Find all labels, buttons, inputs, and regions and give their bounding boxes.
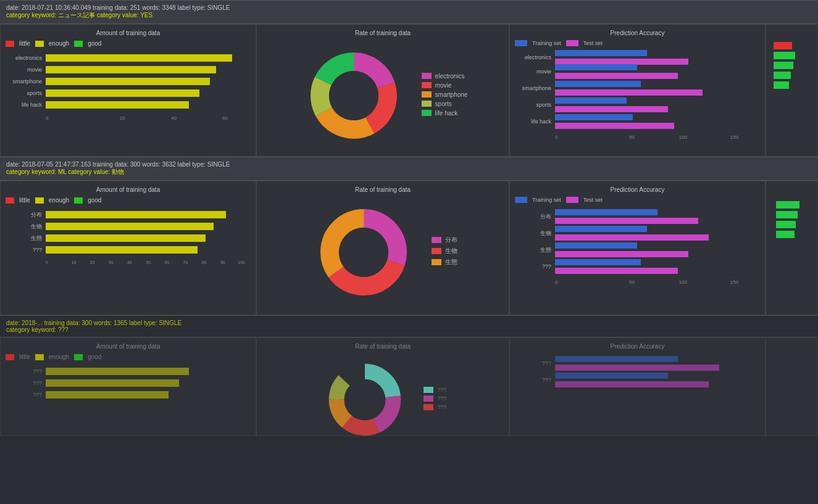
seg3-label2: 生態 — [445, 258, 457, 266]
row3-bar-panel: Amount of training data little enough go… — [0, 337, 256, 436]
list-item: ??? — [424, 387, 446, 393]
list-item: electronics — [422, 73, 468, 80]
row3-donut-svg — [319, 353, 411, 436]
acc-bar-blue — [555, 64, 637, 70]
table-row: ??? — [6, 366, 251, 376]
row2-bar-axis: 0 10 20 30 40 50 60 70 80 90 100 — [46, 259, 251, 265]
row3-hbars: ??? ??? ??? — [6, 364, 251, 404]
section1-meta: date: 2018-07-21 10:36:40.049 training d… — [6, 4, 812, 11]
test-set-dot2 — [566, 197, 578, 203]
bar-fill — [46, 54, 232, 62]
row1-donut-panel: Rate of training data electronics — [256, 24, 509, 157]
acc-track — [555, 81, 760, 96]
row1-accuracy-hbars: electronics movie smartphone — [515, 50, 760, 133]
smartphone-legend-label: smartphone — [435, 91, 468, 98]
movie-legend-label: movie — [435, 82, 452, 89]
good-legend-dot2 — [74, 197, 83, 204]
row2-accuracy-axis: 0 50 100 150 — [555, 278, 760, 285]
acc-bar-blue — [555, 50, 647, 56]
bar-label-lifehack: life hack — [6, 102, 46, 108]
training-set-label: Training set — [532, 40, 561, 46]
section3-meta: date: 2018-... training data: 300 words:… — [6, 320, 812, 326]
extra-bar-green — [774, 52, 795, 59]
svg-point-9 — [339, 228, 388, 277]
acc-bar-blue — [555, 81, 641, 87]
table-row: electronics — [6, 53, 251, 63]
table-row: life hack — [6, 100, 251, 110]
bar-fill — [46, 89, 199, 97]
row3-donut-title: Rate of training data — [262, 343, 504, 350]
row1-donut-svg — [298, 40, 409, 151]
row2-donut-svg — [308, 197, 419, 308]
little-legend-dot — [6, 41, 14, 47]
electronics-color — [422, 73, 432, 79]
row2-accuracy-legend: Training set Test set — [515, 197, 760, 203]
acc2-purple2 — [555, 234, 709, 241]
section2-keyword: category keyword: ML category value: 動物 — [6, 168, 812, 176]
acc-bar-purple — [555, 73, 678, 79]
seg3-color2 — [432, 259, 441, 265]
row3-donut-wrapper: ??? ??? ??? — [262, 353, 504, 436]
table-row: 生物 — [6, 221, 251, 231]
row1-donut-title: Rate of training data — [262, 30, 504, 36]
row1-donut-legend: electronics movie smartphone sports life… — [422, 73, 468, 119]
section1-keyword: category keyword: ニュース記事 category value:… — [6, 11, 812, 20]
table-row: smartphone — [515, 81, 760, 96]
acc-track — [555, 97, 760, 112]
table-row: smartphone — [6, 76, 251, 86]
extra-bar-green3 — [774, 72, 791, 79]
bar2-track2 — [46, 223, 251, 230]
row2-donut-wrapper: 分布 生物 生態 — [262, 197, 504, 308]
training-set-dot2 — [515, 197, 527, 203]
enough-legend-dot2 — [35, 197, 44, 204]
extra-content — [771, 30, 812, 141]
little-label2: little — [19, 197, 30, 204]
row2-bar-panel: Amount of training data little enough go… — [0, 181, 256, 315]
row2-bar-title: Amount of training data — [6, 186, 251, 193]
extra-bar-green4 — [774, 81, 789, 89]
table-row: ??? — [515, 259, 760, 274]
row2-hbars: 分布 生物 生態 ??? — [6, 207, 251, 259]
row3-accuracy-title: Prediction Accuracy — [515, 343, 760, 350]
smartphone-color — [422, 91, 432, 97]
table-row: ??? — [6, 245, 251, 255]
test-set-label2: Test set — [583, 197, 603, 203]
training-set-dot — [515, 40, 527, 46]
row1-bar-legend: little enough good — [6, 40, 251, 47]
row3-seg2 — [424, 395, 433, 402]
bar2-label3: 生態 — [6, 234, 46, 242]
row2-donut-title: Rate of training data — [262, 186, 504, 193]
row3-charts: Amount of training data little enough go… — [0, 337, 818, 436]
row3-extra-panel — [766, 337, 818, 436]
table-row: life hack — [515, 114, 760, 129]
little-dot3 — [6, 354, 14, 360]
acc2-blue4 — [555, 259, 641, 265]
row1-accuracy-legend: Training set Test set — [515, 40, 760, 46]
bar-label-smartphone: smartphone — [6, 78, 46, 85]
bar2-label2: 生物 — [6, 223, 46, 231]
acc-track — [555, 64, 760, 79]
section2-meta: date: 2018-07-05 21:47:37.163 training d… — [6, 161, 812, 168]
acc2-blue3 — [555, 242, 637, 249]
acc2-purple1 — [555, 218, 698, 224]
acc-track — [555, 114, 760, 129]
extra2-bar-green4 — [776, 231, 795, 238]
row2-donut-panel: Rate of training data 分布 生物 — [256, 181, 509, 315]
acc-bar-blue — [555, 114, 633, 120]
enough-legend-label: enough — [49, 40, 69, 47]
extra2-content — [771, 186, 812, 310]
table-row: 分布 — [515, 209, 760, 224]
good-legend-label: good — [88, 40, 101, 47]
row3-accuracy-panel: Prediction Accuracy ??? ??? — [509, 337, 766, 436]
list-item: smartphone — [422, 91, 468, 98]
bar-track — [46, 54, 251, 62]
movie-color — [422, 82, 432, 88]
bar2-label1: 分布 — [6, 211, 46, 219]
bar2-fill2 — [46, 223, 214, 230]
good-legend-dot — [74, 41, 83, 47]
table-row: ??? — [6, 390, 251, 400]
acc-bar-blue — [555, 97, 627, 104]
acc-bar-purple — [555, 106, 668, 112]
little-legend-dot2 — [6, 197, 14, 204]
row1-extra-panel — [766, 24, 818, 157]
